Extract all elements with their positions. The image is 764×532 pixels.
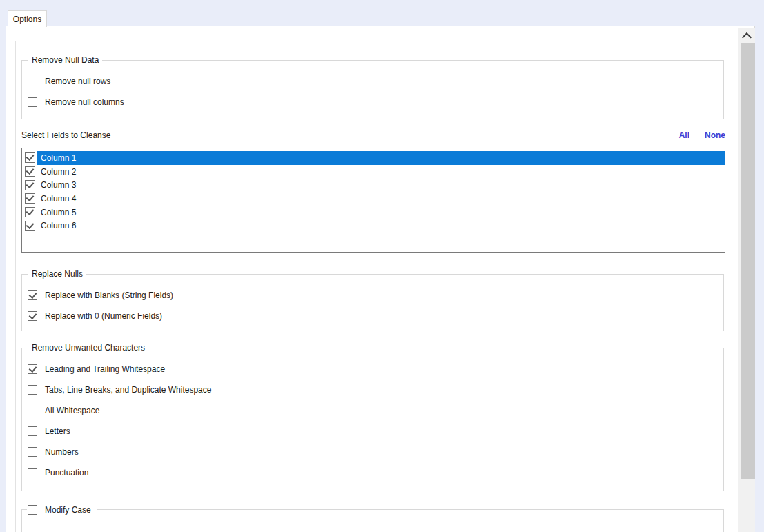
replace-blanks-row: Replace with Blanks (String Fields) <box>28 290 723 300</box>
configuration-panel: Remove Null Data Remove null rows Remove… <box>15 41 732 532</box>
remove-null-columns-label: Remove null columns <box>45 97 124 107</box>
chevron-up-icon <box>741 32 751 42</box>
punctuation-label: Punctuation <box>45 468 88 477</box>
leading-trailing-whitespace-row: Leading and Trailing Whitespace <box>28 364 723 374</box>
letters-checkbox[interactable] <box>28 426 37 436</box>
scrollbar-thumb[interactable] <box>741 43 755 479</box>
fields-listbox: Column 1 Column 2 Column 3 Column 4 Colu… <box>21 148 725 253</box>
list-item-column-5[interactable]: Column 5 <box>22 206 725 219</box>
column-5-checkbox[interactable] <box>25 207 35 217</box>
tabs-line-breaks-label: Tabs, Line Breaks, and Duplicate Whitesp… <box>45 385 211 395</box>
scroll-up-button[interactable] <box>738 28 755 42</box>
vertical-scrollbar[interactable] <box>738 28 755 532</box>
column-1-checkbox[interactable] <box>25 152 35 163</box>
group-remove-null-data-title: Remove Null Data <box>28 55 102 66</box>
remove-null-columns-row: Remove null columns <box>28 97 723 107</box>
all-whitespace-checkbox[interactable] <box>28 406 37 415</box>
group-replace-nulls: Replace Nulls Replace with Blanks (Strin… <box>21 274 724 331</box>
options-dialog: { "tab": { "label": "Options" }, "colors… <box>0 0 764 532</box>
group-remove-null-data: Remove Null Data Remove null rows Remove… <box>21 60 724 119</box>
list-item-column-2[interactable]: Column 2 <box>22 165 725 179</box>
tab-options-label: Options <box>13 14 41 24</box>
tab-options[interactable]: Options <box>8 10 47 27</box>
list-item-column-4[interactable]: Column 4 <box>22 192 725 206</box>
select-none-link[interactable]: None <box>705 130 725 140</box>
replace-blanks-label: Replace with Blanks (String Fields) <box>45 290 173 300</box>
modify-case-label: Modify Case <box>45 505 91 515</box>
remove-null-rows-row: Remove null rows <box>28 77 723 86</box>
replace-zero-checkbox[interactable] <box>28 311 37 321</box>
column-3-checkbox[interactable] <box>25 180 35 190</box>
column-5-label: Column 5 <box>37 206 725 219</box>
select-fields-title: Select Fields to Cleanse <box>21 130 110 140</box>
all-whitespace-row: All Whitespace <box>28 406 723 415</box>
list-item-column-1[interactable]: Column 1 <box>22 151 725 165</box>
punctuation-row: Punctuation <box>28 468 723 477</box>
column-3-label: Column 3 <box>37 178 725 192</box>
replace-zero-label: Replace with 0 (Numeric Fields) <box>45 311 162 321</box>
column-4-checkbox[interactable] <box>25 193 35 204</box>
tabs-line-breaks-checkbox[interactable] <box>28 385 37 395</box>
remove-null-columns-checkbox[interactable] <box>28 97 37 107</box>
group-remove-unwanted-characters: Remove Unwanted Characters Leading and T… <box>21 348 724 491</box>
modify-case-legend: Modify Case <box>27 504 97 515</box>
leading-trailing-whitespace-checkbox[interactable] <box>28 364 37 374</box>
leading-trailing-whitespace-label: Leading and Trailing Whitespace <box>45 364 165 374</box>
replace-zero-row: Replace with 0 (Numeric Fields) <box>28 311 723 321</box>
list-item-column-6[interactable]: Column 6 <box>22 219 725 233</box>
group-replace-nulls-title: Replace Nulls <box>28 269 86 279</box>
numbers-checkbox[interactable] <box>28 447 37 457</box>
letters-row: Letters <box>28 426 723 436</box>
remove-null-rows-label: Remove null rows <box>45 77 110 86</box>
select-fields-header: Select Fields to Cleanse All None <box>21 129 725 141</box>
remove-null-rows-checkbox[interactable] <box>28 77 37 86</box>
modify-case-checkbox[interactable] <box>28 505 37 515</box>
column-2-label: Column 2 <box>37 165 725 179</box>
tabs-line-breaks-row: Tabs, Line Breaks, and Duplicate Whitesp… <box>28 385 723 395</box>
column-6-label: Column 6 <box>37 219 725 233</box>
all-whitespace-label: All Whitespace <box>45 406 99 415</box>
list-item-column-3[interactable]: Column 3 <box>22 178 725 192</box>
column-6-checkbox[interactable] <box>25 221 35 231</box>
column-1-label: Column 1 <box>37 151 725 165</box>
numbers-label: Numbers <box>45 447 79 457</box>
select-all-link[interactable]: All <box>679 130 689 140</box>
numbers-row: Numbers <box>28 447 723 457</box>
group-remove-unwanted-characters-title: Remove Unwanted Characters <box>28 343 148 353</box>
letters-label: Letters <box>45 426 70 436</box>
column-2-checkbox[interactable] <box>25 166 35 177</box>
replace-blanks-checkbox[interactable] <box>28 290 37 300</box>
group-modify-case: Modify Case <box>21 509 724 532</box>
column-4-label: Column 4 <box>37 192 725 206</box>
punctuation-checkbox[interactable] <box>28 468 37 477</box>
options-tab-page: Remove Null Data Remove null rows Remove… <box>6 26 755 532</box>
